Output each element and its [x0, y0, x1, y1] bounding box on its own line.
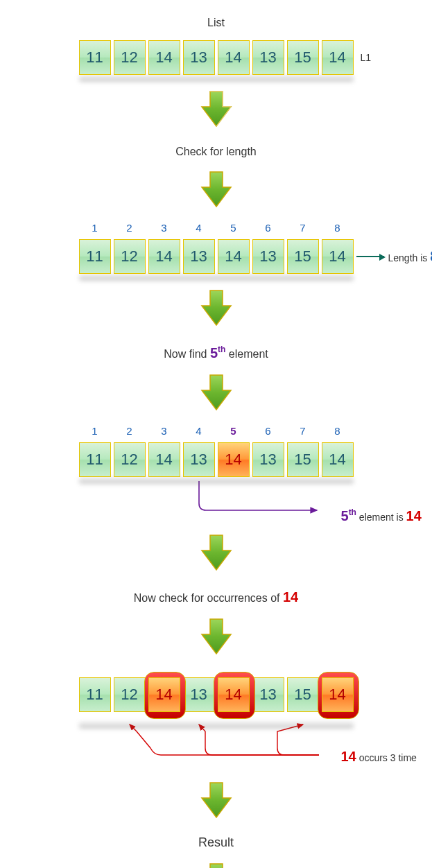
list-cell: 11	[79, 40, 111, 75]
arrow-down-icon	[198, 372, 235, 414]
index-label: 8	[322, 222, 354, 234]
arrow-down-icon	[198, 169, 235, 211]
list-cell: 14	[218, 239, 250, 274]
list-nth-highlight: 1112141314131514	[79, 442, 354, 477]
list-with-length: 1112141314131514 Length is 8	[79, 239, 354, 274]
index-label: 5	[218, 425, 250, 437]
list-cell: 15	[287, 677, 319, 712]
occurrence-highlight: 14	[218, 677, 250, 712]
list-cell: 14	[322, 442, 354, 477]
connector-nth	[43, 480, 390, 521]
index-label: 5	[218, 222, 250, 234]
list-cell: 12	[114, 239, 146, 274]
list-cell-highlighted: 14	[218, 442, 250, 477]
list-cell: 12	[114, 40, 146, 75]
list-cell: 14	[322, 40, 354, 75]
list-cell: 12	[114, 442, 146, 477]
list-cell: 11	[79, 677, 111, 712]
list-cell: 13	[183, 442, 215, 477]
length-callout: Length is 8	[356, 248, 433, 266]
index-label: 8	[322, 425, 354, 437]
occurrence-callout: 14 occurs 3 time	[341, 749, 417, 765]
list-cell: 14	[148, 40, 180, 75]
list-occurrences: 1112141314131514	[79, 672, 354, 718]
index-label: 2	[114, 425, 146, 437]
index-label: 4	[183, 222, 215, 234]
length-label: Length is 8	[388, 248, 433, 266]
list-cell: 12	[114, 677, 146, 712]
arrow-down-icon	[198, 288, 235, 329]
index-label: 3	[148, 425, 180, 437]
index-label: 4	[183, 425, 215, 437]
list-cell: 14	[322, 239, 354, 274]
list-cell: 15	[287, 442, 319, 477]
occurrence-highlight: 14	[322, 677, 354, 712]
step-check-occurrences: Now check for occurrences of 14	[134, 589, 298, 605]
list-initial: 1112141314131514 L1	[79, 40, 354, 75]
index-label: 7	[287, 222, 319, 234]
list-cell: 13	[183, 677, 215, 712]
index-row: 12345678	[79, 222, 354, 234]
arrow-down-icon	[198, 89, 235, 130]
index-label: 6	[252, 425, 284, 437]
list-cell: 13	[183, 239, 215, 274]
list-cell: 14	[148, 239, 180, 274]
list-cell: 13	[252, 40, 284, 75]
list-cell: 14	[218, 40, 250, 75]
list-cell: 15	[287, 239, 319, 274]
index-label: 7	[287, 425, 319, 437]
index-label: 2	[114, 222, 146, 234]
index-row: 12345678	[79, 425, 354, 437]
step-find-nth: Now find 5th element	[164, 345, 268, 361]
index-label: 1	[79, 425, 111, 437]
list-cell: 13	[252, 677, 284, 712]
result-label: Result	[198, 835, 234, 850]
index-label: 6	[252, 222, 284, 234]
list-label: L1	[361, 52, 372, 63]
list-cell: 13	[252, 442, 284, 477]
index-label: 1	[79, 222, 111, 234]
arrow-down-icon	[198, 532, 235, 574]
list-cell: 13	[183, 40, 215, 75]
step-check-length: Check for length	[175, 146, 257, 158]
list-cell: 11	[79, 442, 111, 477]
list-cell: 15	[287, 40, 319, 75]
list-cell-highlighted: 14	[148, 677, 180, 712]
list-cell: 11	[79, 239, 111, 274]
list-cell-highlighted: 14	[218, 677, 250, 712]
arrow-down-icon	[198, 780, 235, 822]
diagram-title: List	[207, 17, 225, 29]
arrow-down-icon	[198, 861, 235, 868]
list-cell: 14	[148, 442, 180, 477]
index-label: 3	[148, 222, 180, 234]
list-cell-highlighted: 14	[322, 677, 354, 712]
arrow-down-icon	[198, 616, 235, 658]
list-cell: 13	[252, 239, 284, 274]
occurrence-highlight: 14	[148, 677, 180, 712]
